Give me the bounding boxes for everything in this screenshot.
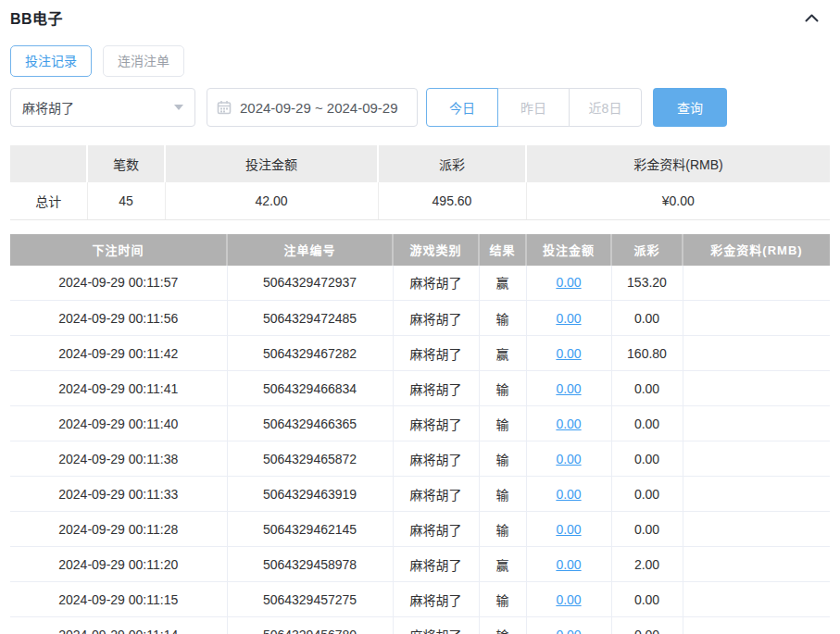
bet-amount-cell: 0.00	[526, 582, 611, 617]
summary-header-bet-amount: 投注金额	[165, 145, 378, 182]
date-range-value: 2024-09-29 ~ 2024-09-29	[240, 100, 398, 116]
header-jackpot: 彩金资料(RMB)	[683, 234, 830, 266]
header-order-no: 注单编号	[227, 234, 393, 266]
summary-table: 笔数 投注金额 派彩 彩金资料(RMB) 总计 45 42.00 495.60 …	[10, 145, 830, 220]
payout-cell: 0.00	[611, 441, 683, 477]
table-row: 2024-09-29 00:11:405064329466365麻将胡了输0.0…	[10, 406, 830, 441]
payout-cell: 2.00	[611, 547, 683, 582]
jackpot-cell	[683, 477, 830, 512]
header-result: 结果	[479, 234, 526, 266]
filter-bar: 麻将胡了 2024-09-29 ~ 2024-09-29	[10, 88, 830, 127]
table-row: 2024-09-29 00:11:425064329467282麻将胡了赢0.0…	[10, 336, 830, 371]
bet-amount-cell: 0.00	[526, 406, 611, 441]
summary-total-label: 总计	[10, 182, 87, 219]
bet-amount-link[interactable]: 0.00	[556, 416, 581, 431]
game-type-cell: 麻将胡了	[393, 441, 479, 477]
result-cell: 输	[479, 371, 526, 406]
jackpot-cell	[683, 371, 830, 406]
order-no-cell: 5064329456780	[227, 617, 393, 634]
last-8-days-button[interactable]: 近8日	[569, 88, 642, 127]
date-range-input[interactable]: 2024-09-29 ~ 2024-09-29	[207, 88, 418, 127]
bet-time-cell: 2024-09-29 00:11:20	[10, 547, 227, 582]
bet-amount-cell: 0.00	[526, 301, 611, 336]
table-row: 2024-09-29 00:11:205064329458978麻将胡了赢0.0…	[10, 547, 830, 582]
bet-amount-cell: 0.00	[526, 336, 611, 371]
bet-amount-cell: 0.00	[526, 617, 611, 634]
today-button[interactable]: 今日	[426, 88, 498, 127]
summary-header-payout: 派彩	[378, 145, 526, 182]
bet-amount-link[interactable]: 0.00	[556, 557, 581, 572]
chevron-up-icon	[805, 9, 819, 26]
order-no-cell: 5064329472485	[227, 301, 393, 336]
panel-header: BB电子	[10, 7, 830, 28]
bet-amount-link[interactable]: 0.00	[556, 522, 581, 537]
bet-amount-link[interactable]: 0.00	[556, 346, 581, 361]
bet-time-cell: 2024-09-29 00:11:57	[10, 266, 227, 301]
collapse-panel-button[interactable]	[800, 6, 822, 29]
header-game-type: 游戏类别	[393, 234, 479, 266]
game-type-cell: 麻将胡了	[393, 301, 479, 336]
order-no-cell: 5064329472937	[227, 266, 393, 301]
jackpot-cell	[683, 406, 830, 441]
bet-amount-cell: 0.00	[526, 477, 611, 512]
bet-table-header-row: 下注时间 注单编号 游戏类别 结果 投注金额 派彩 彩金资料(RMB)	[10, 234, 830, 266]
summary-total-count: 45	[87, 182, 165, 219]
order-no-cell: 5064329465872	[227, 441, 393, 477]
bet-amount-link[interactable]: 0.00	[556, 487, 581, 502]
payout-cell: 0.00	[611, 406, 683, 441]
order-no-cell: 5064329466365	[227, 406, 393, 441]
game-select[interactable]: 麻将胡了	[10, 88, 195, 127]
order-no-cell: 5064329457275	[227, 582, 393, 617]
bet-amount-link[interactable]: 0.00	[556, 592, 581, 607]
bet-amount-link[interactable]: 0.00	[556, 628, 581, 634]
game-type-cell: 麻将胡了	[393, 266, 479, 301]
bet-time-cell: 2024-09-29 00:11:15	[10, 582, 227, 617]
order-no-cell: 5064329458978	[227, 547, 393, 582]
game-type-cell: 麻将胡了	[393, 336, 479, 371]
bet-amount-link[interactable]: 0.00	[556, 452, 581, 466]
bet-amount-cell: 0.00	[526, 441, 611, 477]
game-type-cell: 麻将胡了	[393, 371, 479, 406]
result-cell: 赢	[479, 547, 526, 582]
header-bet-time: 下注时间	[10, 234, 227, 266]
result-cell: 赢	[479, 336, 526, 371]
bet-time-cell: 2024-09-29 00:11:56	[10, 301, 227, 336]
jackpot-cell	[683, 547, 830, 582]
bet-records-table: 下注时间 注单编号 游戏类别 结果 投注金额 派彩 彩金资料(RMB) 2024…	[10, 234, 830, 634]
bet-amount-link[interactable]: 0.00	[556, 381, 581, 396]
page-title: BB电子	[10, 6, 63, 29]
payout-cell: 0.00	[611, 512, 683, 547]
payout-cell: 0.00	[611, 582, 683, 617]
table-row: 2024-09-29 00:11:565064329472485麻将胡了输0.0…	[10, 301, 830, 336]
game-type-cell: 麻将胡了	[393, 512, 479, 547]
tab-bet-records[interactable]: 投注记录	[10, 45, 92, 77]
bet-time-cell: 2024-09-29 00:11:28	[10, 512, 227, 547]
result-cell: 输	[479, 617, 526, 634]
order-no-cell: 5064329467282	[227, 336, 393, 371]
jackpot-cell	[683, 617, 830, 634]
payout-cell: 0.00	[611, 617, 683, 634]
game-type-cell: 麻将胡了	[393, 617, 479, 634]
bet-amount-link[interactable]: 0.00	[556, 275, 581, 290]
bet-amount-cell: 0.00	[526, 512, 611, 547]
payout-cell: 153.20	[611, 266, 683, 301]
result-cell: 赢	[479, 266, 526, 301]
bet-time-cell: 2024-09-29 00:11:33	[10, 477, 227, 512]
table-row: 2024-09-29 00:11:285064329462145麻将胡了输0.0…	[10, 512, 830, 547]
result-cell: 输	[479, 441, 526, 477]
summary-total-bet-amount: 42.00	[165, 182, 378, 219]
bet-time-cell: 2024-09-29 00:11:41	[10, 371, 227, 406]
yesterday-button[interactable]: 昨日	[497, 88, 570, 127]
search-button[interactable]: 查询	[653, 88, 727, 127]
summary-total-row: 总计 45 42.00 495.60 ¥0.00	[10, 182, 830, 219]
result-cell: 输	[479, 406, 526, 441]
game-type-cell: 麻将胡了	[393, 406, 479, 441]
caret-down-icon	[174, 105, 183, 110]
table-row: 2024-09-29 00:11:385064329465872麻将胡了输0.0…	[10, 441, 830, 477]
tab-cancelled-orders[interactable]: 连消注单	[103, 45, 184, 77]
bet-amount-link[interactable]: 0.00	[556, 311, 581, 326]
header-payout: 派彩	[611, 234, 683, 266]
calendar-icon	[217, 100, 232, 115]
payout-cell: 0.00	[611, 371, 683, 406]
bet-time-cell: 2024-09-29 00:11:40	[10, 406, 227, 441]
